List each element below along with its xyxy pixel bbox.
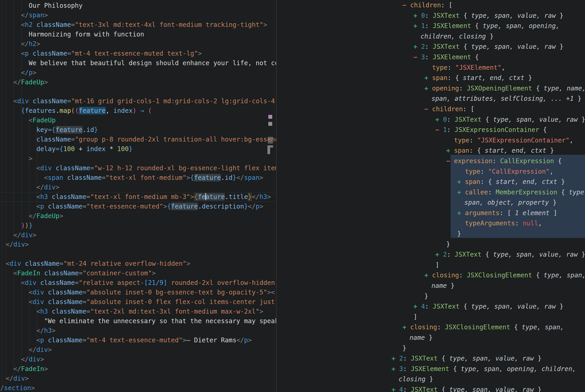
ast-node-line[interactable]: type: "CallExpression", bbox=[276, 166, 585, 177]
code-line[interactable]: Harmonizing form with function bbox=[0, 30, 276, 39]
tree-toggle-expand-icon[interactable]: + bbox=[446, 147, 454, 154]
tree-toggle-expand-icon[interactable]: + bbox=[424, 84, 432, 92]
ast-node-line[interactable]: − 3: JSXElement { bbox=[276, 52, 585, 62]
ast-node-line[interactable]: + 4: JSXText { type, span, value, raw } bbox=[276, 301, 585, 312]
ast-node-line[interactable]: name } bbox=[276, 332, 585, 343]
code-line[interactable]: </div> bbox=[0, 240, 276, 249]
code-line[interactable]: <p className="mt-4 text-essence-muted">—… bbox=[0, 336, 276, 345]
code-line[interactable]: /section> bbox=[0, 383, 276, 392]
code-line[interactable]: </div> bbox=[0, 230, 276, 240]
code-line[interactable]: > bbox=[0, 154, 276, 164]
ast-node-line[interactable]: } bbox=[276, 228, 585, 239]
ast-node-line[interactable]: + 2: JSXText { type, span, value, raw } bbox=[276, 42, 585, 52]
code-line[interactable]: <p className="text-essence-muted">{featu… bbox=[0, 202, 276, 211]
ast-node-line[interactable]: + span: { start, end, ctxt } bbox=[276, 146, 585, 156]
code-line[interactable]: </p> bbox=[0, 68, 276, 78]
code-line[interactable]: </FadeUp> bbox=[0, 78, 276, 87]
ast-node-line[interactable]: + span: { start, end, ctxt } bbox=[276, 177, 585, 187]
scrollbar-slider[interactable] bbox=[267, 146, 273, 148]
ast-node-line[interactable]: type: "JSXElement", bbox=[276, 62, 585, 73]
ast-node-line[interactable]: + callee: MemberExpression { type, bbox=[276, 187, 585, 198]
ast-node-line[interactable]: + 3: JSXElement { type, span, opening, c… bbox=[276, 364, 585, 374]
tree-toggle-expand-icon[interactable]: + bbox=[457, 188, 465, 196]
tree-toggle-expand-icon[interactable]: + bbox=[413, 43, 421, 50]
tree-toggle-expand-icon[interactable]: + bbox=[392, 386, 399, 392]
code-line[interactable]: <FadeUp bbox=[0, 116, 276, 125]
code-line[interactable]: "We eliminate the unnecessary so that th… bbox=[0, 316, 276, 326]
code-line[interactable]: </span> bbox=[0, 10, 276, 20]
ast-node-line[interactable]: } bbox=[276, 239, 585, 250]
code-line[interactable]: </h2> bbox=[0, 39, 276, 49]
code-line[interactable]: </div> bbox=[0, 345, 276, 354]
jsx-source-editor[interactable]: Our Philosophy</span><h2 className="text… bbox=[0, 0, 276, 392]
code-line[interactable]: <p className="mt-4 text-essence-muted te… bbox=[0, 49, 276, 58]
ast-node-line[interactable]: span, attributes, selfClosing, ... +1 } bbox=[276, 94, 585, 104]
tree-toggle-expand-icon[interactable]: + bbox=[435, 251, 443, 258]
ast-node-line[interactable]: ] bbox=[276, 260, 585, 270]
code-line-current[interactable]: <h3 className="text-xl font-medium mb-3"… bbox=[0, 192, 276, 202]
tree-toggle-expand-icon[interactable]: + bbox=[413, 12, 421, 19]
ast-node-line[interactable]: span, object, property } bbox=[276, 197, 585, 208]
code-line[interactable]: <span className="text-xl font-medium">{f… bbox=[0, 173, 276, 182]
tree-toggle-expand-icon[interactable]: + bbox=[424, 74, 432, 82]
code-line[interactable]: </FadeUp> bbox=[0, 211, 276, 221]
ast-node-line[interactable]: } bbox=[276, 291, 585, 302]
code-line[interactable]: <div className="absolute inset-0 flex fl… bbox=[0, 297, 276, 307]
code-line[interactable]: <h2 className="text-3xl md:text-4xl font… bbox=[0, 20, 276, 30]
code-line[interactable]: Our Philosophy bbox=[0, 1, 276, 10]
code-line[interactable]: ))} bbox=[0, 221, 276, 230]
code-line[interactable]: <div className="mt-16 grid grid-cols-1 m… bbox=[0, 96, 276, 106]
ast-node-line[interactable]: + arguments: [ 1 element ] bbox=[276, 208, 585, 218]
ast-node-line[interactable]: + 0: JSXText { type, span, value, raw } bbox=[276, 114, 585, 125]
code-line[interactable]: <h3 className="text-2xl md:text-3xl font… bbox=[0, 307, 276, 316]
ast-node-line[interactable]: + opening: JSXOpeningElement { type, nam… bbox=[276, 83, 585, 94]
tree-toggle-collapse-icon[interactable]: − bbox=[446, 157, 454, 165]
code-line[interactable]: </div> bbox=[0, 182, 276, 192]
code-line[interactable]: <div className="relative aspect-[21/9] r… bbox=[0, 278, 276, 288]
tree-toggle-collapse-icon[interactable]: − bbox=[435, 126, 443, 134]
tree-toggle-expand-icon[interactable]: + bbox=[413, 303, 421, 310]
ast-node-line[interactable]: closing } bbox=[276, 374, 585, 384]
code-line[interactable]: <div className="absolute inset-0 bg-esse… bbox=[0, 288, 276, 297]
ast-node-line[interactable]: + 1: JSXElement { type, span, opening, bbox=[276, 21, 585, 31]
ast-node-line[interactable]: − children: [ bbox=[276, 104, 585, 114]
code-line[interactable]: <div className="mt-24 relative overflow-… bbox=[0, 259, 276, 268]
ast-node-line[interactable]: + span: { start, end, ctxt } bbox=[276, 73, 585, 83]
tree-toggle-expand-icon[interactable]: + bbox=[392, 354, 399, 362]
ast-node-line[interactable]: − children: [ bbox=[276, 0, 585, 10]
ast-node-line[interactable]: − 1: JSXExpressionContainer { bbox=[276, 125, 585, 135]
ast-node-line[interactable]: ] bbox=[276, 312, 585, 322]
code-line[interactable]: <FadeIn className="container-custom"> bbox=[0, 268, 276, 278]
code-line[interactable]: We believe that beautiful design should … bbox=[0, 58, 276, 68]
code-line[interactable] bbox=[0, 249, 276, 259]
ast-node-line[interactable]: + closing: JSXClosingElement { type, spa… bbox=[276, 270, 585, 280]
ast-node-line[interactable]: + 2: JSXText { type, span, value, raw } bbox=[276, 249, 585, 260]
tree-toggle-expand-icon[interactable]: + bbox=[424, 272, 432, 279]
tree-toggle-collapse-icon[interactable]: − bbox=[413, 53, 421, 61]
tree-toggle-expand-icon[interactable]: + bbox=[392, 365, 399, 373]
code-line[interactable]: </FadeIn> bbox=[0, 364, 276, 374]
code-line[interactable]: </div> bbox=[0, 374, 276, 383]
ast-node-line[interactable]: − expression: CallExpression { bbox=[276, 156, 585, 166]
ast-node-line[interactable]: + 4: JSXText { type, span, value, raw } bbox=[276, 384, 585, 392]
ast-node-line[interactable]: children, closing } bbox=[276, 31, 585, 42]
tree-toggle-collapse-icon[interactable]: − bbox=[424, 105, 432, 113]
ast-node-line[interactable]: + 2: JSXText { type, span, value, raw } bbox=[276, 353, 585, 364]
code-line[interactable] bbox=[0, 87, 276, 96]
ast-node-line[interactable]: + 0: JSXText { type, span, value, raw } bbox=[276, 10, 585, 21]
code-line[interactable]: {features.map((feature, index) ⇒ ( bbox=[0, 106, 276, 116]
tree-toggle-expand-icon[interactable]: + bbox=[457, 209, 465, 217]
ast-node-line[interactable]: } bbox=[276, 343, 585, 354]
tree-toggle-expand-icon[interactable]: + bbox=[403, 324, 410, 331]
ast-node-line[interactable]: typeArguments: null, bbox=[276, 218, 585, 228]
code-line[interactable]: key={feature.id} bbox=[0, 125, 276, 135]
tree-toggle-expand-icon[interactable]: + bbox=[457, 178, 465, 186]
ast-tree-panel[interactable]: − children: [+ 0: JSXText { type, span, … bbox=[276, 0, 585, 392]
code-line[interactable]: </div> bbox=[0, 354, 276, 364]
tree-toggle-collapse-icon[interactable]: − bbox=[403, 1, 410, 9]
ast-node-line[interactable]: + closing: JSXClosingElement { type, spa… bbox=[276, 322, 585, 332]
code-line[interactable]: </h3> bbox=[0, 326, 276, 336]
tree-toggle-expand-icon[interactable]: + bbox=[435, 116, 443, 123]
code-line[interactable]: delay={100 + index * 100} bbox=[0, 144, 276, 154]
code-line[interactable]: <div className="w-12 h-12 rounded-xl bg-… bbox=[0, 164, 276, 173]
